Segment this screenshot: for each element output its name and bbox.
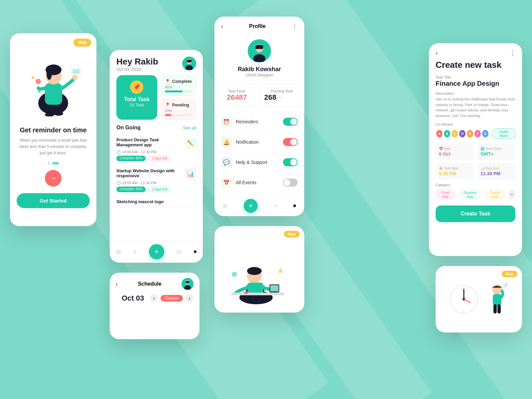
next-arrow-button[interactable]: → xyxy=(45,170,62,187)
svg-point-57 xyxy=(503,287,505,289)
pending-pct: 24% xyxy=(165,109,192,113)
notification-toggle[interactable] xyxy=(283,138,298,146)
help-knob xyxy=(290,159,297,166)
days-badge-1: 3 days left xyxy=(148,156,171,161)
svg-rect-54 xyxy=(493,294,501,306)
ongoing-section-header: On Going See all xyxy=(110,125,203,134)
profile-more-button[interactable]: ⋮ xyxy=(292,23,298,30)
profile-nav-home[interactable]: ⊞ xyxy=(223,203,227,209)
svg-point-4 xyxy=(54,112,63,116)
date-cell: 📅 Date 6 Oct xyxy=(436,144,474,160)
complete-badge-2: Complete: 80% xyxy=(116,187,146,192)
profile-nav-list[interactable]: ≡ xyxy=(274,203,277,208)
profile-fab[interactable]: + xyxy=(244,199,258,213)
svg-rect-33 xyxy=(186,281,190,283)
month-nav: ‹ October › xyxy=(150,294,194,302)
prev-month-button[interactable]: ‹ xyxy=(150,294,158,302)
invite-more-button[interactable]: Invite More xyxy=(492,128,515,139)
svg-marker-43 xyxy=(278,268,283,273)
pending-task-label: Pending Task xyxy=(264,89,300,93)
complete-pct: 66% xyxy=(165,85,192,89)
date-time-grid: 📅 Date 6 Oct 🌐 Time Zone GMT+ ☀️ Task St… xyxy=(429,144,522,180)
list-nav-icon[interactable]: ≡ xyxy=(133,248,137,255)
create-back-button[interactable]: ‹ xyxy=(436,50,438,57)
create-task-button[interactable]: Create Task xyxy=(436,205,515,222)
notification-icon: 🔔 xyxy=(221,137,232,147)
pending-task-value: 268 xyxy=(264,93,277,102)
onboarding-dots xyxy=(17,162,90,165)
schedule-avatar xyxy=(182,278,194,290)
onboarding-title-1: Get reminder on time xyxy=(17,126,90,134)
skip-button-2[interactable]: Skip xyxy=(284,231,300,237)
task-item-1-header: Product Design Task Management app ✏️ xyxy=(116,137,196,149)
timezone-value: GMT+ xyxy=(480,151,512,157)
all-events-left: 📅 All Events xyxy=(221,177,256,188)
complete-task-card: 📍 Complete 66% xyxy=(161,75,196,96)
onboarding-card-1: Skip xyxy=(10,33,96,226)
task-item-2-time: 🕐 10:00 AM - 12.30 PM xyxy=(116,181,196,185)
dashboard-greeting: Hey Rakib xyxy=(116,57,158,67)
skip-button-3[interactable]: Skip xyxy=(502,271,517,277)
schedule-date: Oct 03 xyxy=(116,294,150,303)
notification-left: 🔔 Notification xyxy=(221,137,259,147)
pending-label: 📍 Pending xyxy=(165,102,192,107)
help-toggle[interactable] xyxy=(283,158,298,166)
sun-icon: ☀️ xyxy=(439,167,443,170)
help-support-label: Help & Support xyxy=(236,160,267,165)
schedule-back-button[interactable]: ‹ xyxy=(116,281,118,288)
total-task-label: Total Task xyxy=(122,96,152,102)
coworker-row: A B C D E F G Invite More xyxy=(429,128,522,139)
fab-add-button[interactable]: + xyxy=(149,244,164,259)
add-category-button[interactable]: + xyxy=(508,190,515,199)
svg-rect-11 xyxy=(72,69,80,74)
schedule-header: ‹ Schedule xyxy=(110,273,200,294)
task-item-2-icon: 📊 xyxy=(185,168,196,180)
travel-app-tag[interactable]: Travel App xyxy=(484,189,506,200)
events-knob xyxy=(284,179,290,186)
pending-task-card: 📍 Pending 24% xyxy=(161,99,196,120)
complete-label: 📍 Complete xyxy=(165,79,192,84)
food-app-tag[interactable]: Food App xyxy=(436,189,456,200)
svg-point-13 xyxy=(38,90,41,93)
arrow-icon: → xyxy=(50,174,57,182)
svg-point-53 xyxy=(492,284,502,294)
moon-icon: 🌙 xyxy=(480,167,484,170)
pending-task-stat: Pending Task 268 → xyxy=(260,84,305,106)
grid-nav-icon[interactable]: ⊟ xyxy=(177,248,182,255)
next-month-button[interactable]: › xyxy=(186,294,194,302)
pending-progress-bar xyxy=(165,114,192,116)
svg-point-9 xyxy=(72,75,77,80)
help-support-left: 💬 Help & Support xyxy=(221,157,267,168)
task-title-value: Finance App Design xyxy=(429,80,522,91)
all-events-row: 📅 All Events xyxy=(214,173,304,193)
create-task-card: ‹ ⋮ Create new task Task Title Finance A… xyxy=(429,43,522,256)
task-icon-emoji: 📌 xyxy=(133,83,140,91)
coworker-avatar-7: G xyxy=(481,129,489,138)
task-done-value: 26487 xyxy=(219,93,255,102)
grocery-app-tag[interactable]: Grocery App xyxy=(458,189,482,200)
reminders-toggle[interactable] xyxy=(283,118,298,126)
profile-back-button[interactable]: ‹ xyxy=(221,23,223,30)
svg-rect-55 xyxy=(493,304,497,314)
dashboard-header: Hey Rakib Oct 03, 2020 xyxy=(110,50,203,75)
get-started-button[interactable]: Get Started xyxy=(17,193,90,208)
description-label: Description xyxy=(429,91,522,95)
task-start-value: 5.30 PM xyxy=(439,171,470,176)
person-small-svg xyxy=(485,283,509,316)
profile-card: ‹ Profile ⋮ Rakib Kowshar UI/UX Designer… xyxy=(214,17,304,216)
dashboard-avatar[interactable] xyxy=(182,57,196,70)
task-end-cell: 🌙 Task End 11.30 PM xyxy=(477,163,515,180)
home-nav-icon[interactable]: ⊞ xyxy=(116,248,121,255)
profile-center: Rakib Kowshar UI/UX Designer xyxy=(214,36,304,84)
svg-point-59 xyxy=(505,283,508,286)
ongoing-label: On Going xyxy=(116,125,141,131)
see-all-button[interactable]: See all xyxy=(183,125,196,130)
help-support-row: 💬 Help & Support xyxy=(214,152,304,173)
svg-rect-28 xyxy=(260,47,263,49)
onboarding-content-1: Get reminder on time When you encounter … xyxy=(10,120,96,215)
create-more-button[interactable]: ⋮ xyxy=(509,49,515,57)
task-item-2-title: Startup Website Design with responsive xyxy=(116,168,185,178)
events-toggle[interactable] xyxy=(283,179,298,187)
profile-name: Rakib Kowshar xyxy=(214,66,304,73)
woman-pointing-svg xyxy=(20,37,86,116)
